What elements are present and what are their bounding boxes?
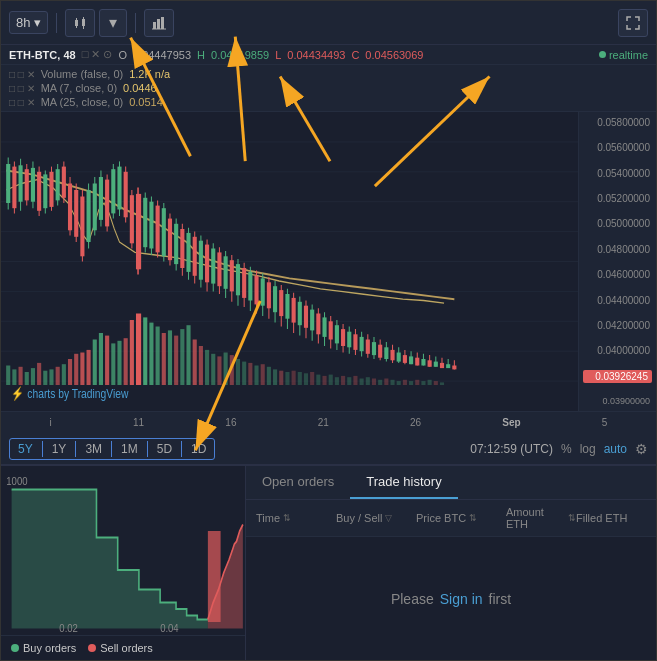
period-divider-1 bbox=[42, 441, 43, 457]
svg-rect-50 bbox=[199, 346, 203, 385]
svg-rect-51 bbox=[205, 350, 209, 385]
chart-main[interactable]: ⚡ charts by TradingView bbox=[1, 112, 578, 411]
pct-toggle[interactable]: % bbox=[561, 442, 572, 456]
chart-type-button[interactable] bbox=[65, 9, 95, 37]
col-amount: Amount ETH ⇅ bbox=[506, 506, 576, 530]
svg-rect-235 bbox=[452, 366, 456, 370]
svg-rect-177 bbox=[273, 286, 277, 312]
price-sort-icon[interactable]: ⇅ bbox=[469, 513, 477, 523]
sign-in-link[interactable]: Sign in bbox=[440, 591, 483, 607]
sell-dot bbox=[88, 644, 96, 652]
svg-rect-213 bbox=[384, 347, 388, 359]
main-container: 8h ▾ ▾ bbox=[0, 0, 657, 661]
svg-rect-32 bbox=[87, 350, 91, 385]
svg-rect-165 bbox=[236, 264, 240, 295]
buy-sell-filter-icon[interactable]: ▽ bbox=[385, 513, 392, 523]
price-54: 0.05400000 bbox=[583, 167, 652, 180]
time-16: 16 bbox=[225, 417, 236, 428]
svg-rect-64 bbox=[285, 372, 289, 385]
svg-rect-149 bbox=[186, 233, 190, 272]
svg-rect-175 bbox=[267, 282, 271, 308]
svg-rect-225 bbox=[421, 359, 425, 366]
svg-rect-81 bbox=[390, 380, 394, 385]
svg-rect-53 bbox=[217, 356, 221, 385]
chart-type-dropdown[interactable]: ▾ bbox=[99, 9, 127, 37]
svg-rect-49 bbox=[193, 340, 197, 386]
indicator-button[interactable] bbox=[144, 9, 174, 37]
svg-rect-89 bbox=[440, 382, 444, 385]
svg-rect-111 bbox=[68, 184, 72, 231]
l-value: 0.04434493 bbox=[287, 49, 345, 61]
svg-rect-24 bbox=[37, 363, 41, 385]
svg-rect-59 bbox=[254, 366, 258, 386]
svg-rect-61 bbox=[267, 367, 271, 385]
period-selector: 5Y 1Y 3M 1M 5D 1D bbox=[9, 438, 215, 460]
svg-rect-58 bbox=[248, 363, 252, 385]
svg-rect-68 bbox=[310, 372, 314, 385]
price-44: 0.04400000 bbox=[583, 294, 652, 307]
order-book-svg: 1000 0.02 0.04 bbox=[1, 466, 245, 635]
period-5d[interactable]: 5D bbox=[149, 439, 180, 459]
first-text: first bbox=[489, 591, 512, 607]
svg-rect-43 bbox=[156, 327, 160, 386]
ma25-indicator-row: □ □ ✕ MA (25, close, 0) 0.0514 bbox=[9, 95, 648, 109]
period-divider-2 bbox=[75, 441, 76, 457]
svg-text:0.04: 0.04 bbox=[160, 621, 179, 634]
tab-open-orders[interactable]: Open orders bbox=[246, 466, 350, 499]
trade-empty-state: Please Sign in first bbox=[246, 537, 656, 660]
svg-rect-171 bbox=[254, 276, 258, 305]
svg-rect-57 bbox=[242, 362, 246, 385]
svg-rect-119 bbox=[93, 184, 97, 231]
volume-indicator-controls: □ □ ✕ bbox=[9, 69, 35, 80]
svg-rect-7 bbox=[157, 19, 160, 29]
svg-rect-105 bbox=[49, 172, 53, 207]
time-selector[interactable]: 8h ▾ bbox=[9, 11, 48, 34]
svg-rect-39 bbox=[130, 320, 134, 385]
period-3m[interactable]: 3M bbox=[77, 439, 110, 459]
ohlc-controls: □ ✕ ⊙ bbox=[82, 48, 113, 61]
volume-indicator-row: □ □ ✕ Volume (false, 0) 1.2K n/a bbox=[9, 67, 648, 81]
period-1m[interactable]: 1M bbox=[113, 439, 146, 459]
candlestick-chart: ⚡ charts by TradingView bbox=[1, 112, 578, 411]
svg-rect-181 bbox=[285, 294, 289, 319]
please-text: Please bbox=[391, 591, 434, 607]
svg-text:⚡ charts by TradingView: ⚡ charts by TradingView bbox=[11, 386, 129, 402]
svg-rect-8 bbox=[161, 17, 164, 29]
period-1y[interactable]: 1Y bbox=[44, 439, 75, 459]
period-1d[interactable]: 1D bbox=[183, 439, 214, 459]
chart-canvas: ⚡ charts by TradingView 0.05800000 0.056… bbox=[1, 112, 656, 411]
period-5y[interactable]: 5Y bbox=[10, 439, 41, 459]
tab-trade-history[interactable]: Trade history bbox=[350, 466, 457, 499]
svg-rect-27 bbox=[56, 367, 60, 385]
fullscreen-button[interactable] bbox=[618, 9, 648, 37]
log-toggle[interactable]: log bbox=[580, 442, 596, 456]
time-sort-icon[interactable]: ⇅ bbox=[283, 513, 291, 523]
svg-rect-157 bbox=[211, 249, 215, 284]
svg-rect-48 bbox=[186, 325, 190, 385]
time-11: 11 bbox=[133, 417, 144, 428]
price-axis: 0.05800000 0.05600000 0.05400000 0.05200… bbox=[578, 112, 656, 411]
svg-text:0.02: 0.02 bbox=[59, 621, 78, 634]
svg-rect-199 bbox=[341, 329, 345, 346]
auto-toggle[interactable]: auto bbox=[604, 442, 627, 456]
svg-rect-67 bbox=[304, 373, 308, 385]
svg-rect-183 bbox=[292, 298, 296, 323]
settings-gear-icon[interactable]: ⚙ bbox=[635, 441, 648, 457]
dropdown-arrow: ▾ bbox=[109, 13, 117, 32]
svg-rect-38 bbox=[124, 338, 128, 385]
volume-label: Volume (false, 0) bbox=[41, 68, 124, 80]
c-value: 0.04563069 bbox=[365, 49, 423, 61]
svg-rect-207 bbox=[366, 340, 370, 354]
chart-top-bar: ETH-BTC, 48 □ ✕ ⊙ O 0.04447953 H 0.04619… bbox=[1, 45, 656, 65]
amount-sort-icon[interactable]: ⇅ bbox=[568, 513, 576, 523]
svg-rect-42 bbox=[149, 323, 153, 385]
svg-rect-129 bbox=[124, 172, 128, 218]
price-48: 0.04800000 bbox=[583, 243, 652, 256]
time-axis: i 11 16 21 26 Sep 5 bbox=[1, 411, 656, 433]
price-50: 0.05000000 bbox=[583, 217, 652, 230]
svg-rect-173 bbox=[261, 278, 265, 305]
svg-rect-41 bbox=[143, 317, 147, 385]
ma25-value: 0.0514 bbox=[129, 96, 163, 108]
time-labels: i 11 16 21 26 Sep 5 bbox=[9, 417, 648, 428]
svg-rect-71 bbox=[329, 375, 333, 385]
